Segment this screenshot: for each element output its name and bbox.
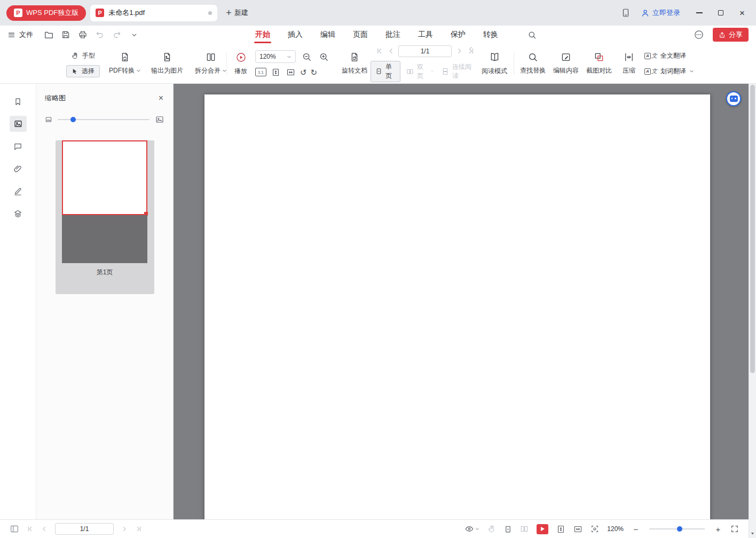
zoom-slider-thumb[interactable] (677, 526, 682, 532)
thumbnails-panel-button[interactable] (10, 116, 27, 132)
select-tool-button[interactable]: 选择 (66, 65, 100, 77)
last-page-button[interactable] (467, 47, 475, 56)
rotate-right-button[interactable]: ↻ (311, 68, 318, 76)
pdf-page[interactable] (204, 94, 710, 519)
zoom-in-button[interactable]: + (714, 525, 722, 534)
double-page-view-button[interactable]: 双页 (405, 61, 436, 82)
last-page-button[interactable] (135, 525, 143, 533)
slideshow-play-button[interactable] (537, 524, 548, 534)
thumbnail-size-slider[interactable] (58, 119, 149, 120)
hand-tool-button[interactable] (487, 525, 496, 533)
find-replace-button[interactable]: 查找替换 (517, 44, 549, 83)
tab-page[interactable]: 页面 (352, 26, 369, 44)
compress-button[interactable]: 压缩 (616, 44, 642, 83)
scroll-down-button[interactable] (749, 529, 756, 537)
chevron-down-icon (689, 69, 694, 74)
fit-width-button[interactable] (285, 67, 296, 77)
tab-comment[interactable]: 批注 (384, 26, 401, 44)
print-button[interactable] (76, 28, 90, 41)
close-button[interactable]: × (731, 4, 753, 22)
rotate-document-group: 旋转文档 (340, 44, 369, 83)
play-button[interactable]: 播放 (229, 44, 253, 83)
zoom-slider[interactable] (649, 528, 705, 529)
continuous-reading-button[interactable]: 连续阅读 (440, 61, 475, 82)
triangle-down-icon (750, 531, 755, 536)
pdf-convert-button[interactable]: PDF转换 (106, 44, 144, 83)
previous-page-button[interactable] (41, 525, 48, 533)
tab-protect[interactable]: 保护 (450, 26, 467, 44)
page-number-input[interactable]: 1/1 (55, 523, 114, 535)
fullscreen-button[interactable] (730, 525, 739, 533)
document-tab[interactable]: P 未命名1.pdf (90, 5, 217, 21)
viewport-indicator[interactable] (62, 140, 147, 215)
single-page-view-button[interactable]: 单页 (371, 61, 400, 82)
page-thumbnail-card[interactable]: 第1页 (56, 140, 154, 294)
layers-panel-button[interactable] (10, 205, 27, 221)
zoom-in-button[interactable] (317, 50, 330, 63)
screen-capture-button[interactable] (590, 525, 599, 533)
fit-width-button[interactable] (573, 525, 582, 534)
page-indicator: 1/1 (80, 525, 89, 533)
tab-edit[interactable]: 编辑 (319, 26, 336, 44)
split-merge-button[interactable]: 拆分合并 (190, 44, 232, 83)
eye-protection-button[interactable] (464, 524, 479, 534)
reading-mode-button[interactable]: 阅读模式 (478, 44, 510, 83)
save-button[interactable] (59, 28, 73, 41)
app-logo-button[interactable]: P WPS PDF独立版 (6, 5, 86, 21)
fit-page-button[interactable] (270, 67, 281, 77)
screenshot-compare-button[interactable]: 截图对比 (583, 44, 615, 83)
next-page-button[interactable] (121, 525, 128, 533)
first-page-button[interactable] (26, 525, 34, 533)
fit-page-button[interactable] (556, 525, 565, 534)
assistant-floating-button[interactable] (726, 91, 741, 106)
zoom-out-button[interactable]: − (632, 525, 640, 534)
settings-more-icon[interactable] (694, 29, 704, 40)
ribbon-tabs: 开始 插入 编辑 页面 批注 工具 保护 转换 (254, 26, 537, 44)
vertical-scrollbar[interactable] (749, 84, 756, 538)
next-page-button[interactable] (455, 47, 463, 56)
edit-content-button[interactable]: 编辑内容 (550, 44, 582, 83)
redo-button[interactable] (110, 28, 124, 41)
export-as-image-button[interactable]: 输出为图片 (146, 44, 188, 83)
tab-convert[interactable]: 转换 (482, 26, 499, 44)
share-button[interactable]: 分享 (713, 28, 749, 42)
attachments-panel-button[interactable] (10, 161, 27, 177)
new-tab-button[interactable]: + 新建 (226, 8, 248, 18)
toggle-side-panel-button[interactable] (10, 524, 19, 534)
minimize-button[interactable] (689, 4, 710, 22)
maximize-button[interactable] (710, 4, 731, 22)
previous-page-button[interactable] (387, 47, 395, 56)
tab-tools[interactable]: 工具 (417, 26, 434, 44)
file-menu-button[interactable]: 文件 (7, 30, 33, 39)
panel-close-button[interactable]: × (159, 94, 163, 102)
zoom-out-button[interactable] (300, 50, 313, 63)
single-page-view-button[interactable] (504, 525, 512, 533)
comments-panel-button[interactable] (10, 138, 27, 154)
tab-home[interactable]: 开始 (254, 26, 271, 44)
word-translate-button[interactable]: A文 划词翻译 (640, 65, 699, 77)
signature-panel-button[interactable] (10, 183, 27, 199)
login-button[interactable]: 立即登录 (641, 8, 680, 18)
full-text-translate-button[interactable]: A文 全文翻译 (640, 50, 699, 62)
slider-thumb[interactable] (70, 117, 76, 122)
split-merge-icon (206, 52, 216, 62)
first-page-button[interactable] (375, 47, 383, 56)
zoom-percent-label[interactable]: 120% (607, 525, 624, 533)
zoom-select[interactable]: 120% (255, 50, 296, 63)
double-page-view-button[interactable] (520, 525, 529, 533)
zoom-value: 120% (259, 53, 276, 60)
ribbon-search-button[interactable] (527, 26, 537, 44)
tab-insert[interactable]: 插入 (287, 26, 304, 44)
rotate-document-button[interactable]: 旋转文档 (340, 44, 369, 83)
page-thumbnail[interactable] (62, 140, 147, 263)
open-file-button[interactable] (42, 28, 56, 41)
undo-button[interactable] (93, 28, 107, 41)
actual-size-button[interactable]: 1:1 (255, 68, 266, 76)
scrollbar-thumb[interactable] (750, 85, 755, 373)
reader-device-icon[interactable] (616, 5, 635, 21)
quick-toolbar-more-button[interactable] (127, 28, 141, 41)
rotate-left-button[interactable]: ↺ (300, 68, 307, 76)
bookmarks-panel-button[interactable] (10, 93, 27, 109)
page-number-input[interactable]: 1/1 (398, 45, 452, 57)
hand-tool-button[interactable]: 手型 (66, 50, 100, 62)
